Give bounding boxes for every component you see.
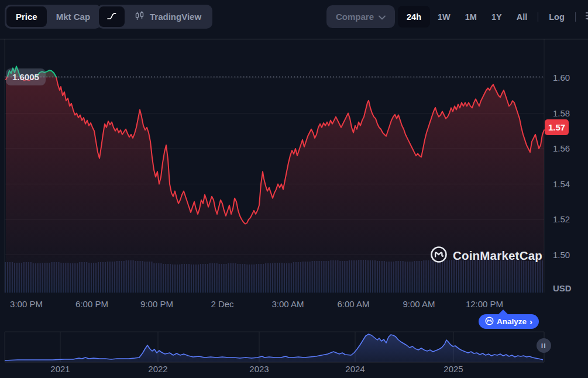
y-axis-label: 1.60 [553,73,570,83]
range-all-button[interactable]: All [510,6,535,28]
watermark-brand: CoinMarketCap [453,249,542,263]
navigator-year-label: 2021 [50,364,70,374]
compare-label: Compare [336,12,374,22]
price-tab[interactable]: Price [6,6,47,27]
y-axis-label: 1.52 [553,214,570,224]
time-axis[interactable]: 3:00 PM6:00 PM9:00 PM2 Dec3:00 AM6:00 AM… [0,299,588,311]
range-1y-button[interactable]: 1Y [484,6,509,28]
navigator-year-label: 2024 [345,364,365,374]
x-axis-label: 9:00 PM [140,299,173,309]
mktcap-tab-label: Mkt Cap [56,12,90,22]
x-axis-label: 9:00 AM [403,299,435,309]
tradingview-label: TradingView [150,12,201,22]
analyze-label: Analyze [497,317,527,326]
range-24h-label: 24h [407,12,421,22]
y-axis-label: 1.50 [553,250,570,260]
price-tab-label: Price [16,12,37,22]
range-1w-label: 1W [438,12,451,22]
range-1w-button[interactable]: 1W [431,6,458,28]
x-axis-label: 2 Dec [211,299,233,309]
navigator-resize-handle[interactable]: II [537,338,551,353]
compare-button[interactable]: Compare [326,5,395,28]
navigator-year-label: 2025 [443,364,463,374]
analyze-button[interactable]: Analyze › [479,314,539,329]
y-axis-label: 1.58 [553,108,570,118]
navigator-year-label: 2022 [148,364,167,374]
chevron-down-icon [379,12,386,22]
range-1m-button[interactable]: 1M [458,6,484,28]
navigator-year-axis: 20212022202320242025 [0,364,588,376]
price-chart-widget: Price Mkt Cap TradingView Compare 24h 1W [0,0,588,378]
x-axis-label: 6:00 AM [337,299,369,309]
chart-style-toggle: TradingView [97,5,212,29]
open-price-badge: 1.6005 [6,68,46,85]
last-price-badge: 1.57 [545,119,569,135]
chart-type-toggle: Price Mkt Cap [5,5,101,29]
x-axis-label: 6:00 PM [75,299,108,309]
line-chart-button[interactable] [99,6,125,27]
timeline-navigator[interactable] [5,332,544,362]
analyze-logo-icon [485,317,494,327]
range-24h-button[interactable]: 24h [398,6,430,28]
line-chart-icon [106,10,118,23]
divider [538,12,538,22]
coinmarketcap-watermark: CoinMarketCap [430,246,542,266]
range-1y-label: 1Y [491,12,502,22]
x-axis-label: 3:00 AM [271,299,304,309]
navigator-year-label: 2023 [249,364,269,374]
price-axis-unit: USD [553,283,572,293]
y-axis-label: 1.54 [553,179,570,189]
candlestick-icon [134,10,145,23]
x-axis-label: 12:00 PM [466,299,503,309]
chevron-right-icon: › [529,317,532,326]
mktcap-tab[interactable]: Mkt Cap [47,6,99,27]
range-1m-label: 1M [465,12,477,22]
tradingview-button[interactable]: TradingView [125,6,211,27]
coinmarketcap-logo-icon [430,246,448,266]
range-all-label: All [517,12,528,22]
y-axis-label: 1.56 [553,143,570,153]
x-axis-label: 3:00 PM [10,299,43,309]
price-axis[interactable]: 1.601.581.561.541.521.50 [553,0,587,378]
